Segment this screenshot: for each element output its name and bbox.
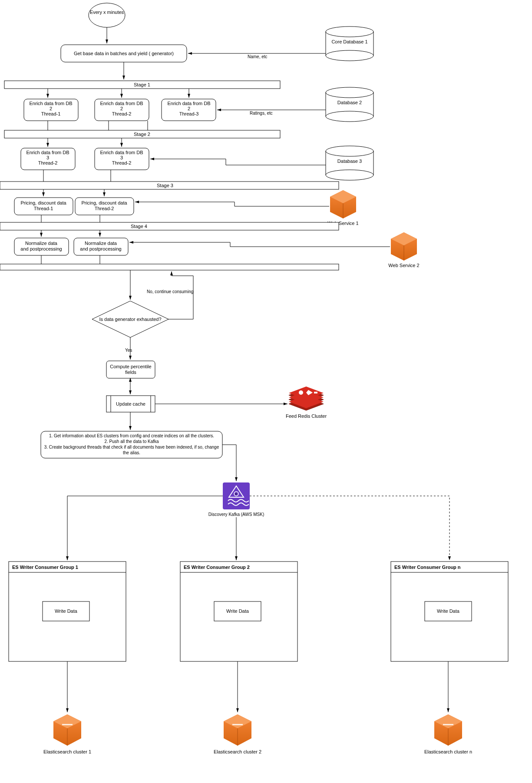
pricing-b-l2: Thread-2 — [95, 206, 114, 211]
enrich-db3-b-l3: Thread-2 — [112, 160, 132, 165]
enrich-db2-t3-l3: Thread-3 — [179, 111, 199, 116]
cgn-write-data-text: Write Data — [437, 608, 460, 614]
svg-point-4 — [326, 50, 373, 61]
enrich-db3-b-l1: Enrich data from DB — [100, 150, 143, 155]
stage1-label: Stage 1 — [134, 82, 150, 87]
cg2-write-data-text: Write Data — [226, 608, 249, 614]
enrich-db3-a-l1: Enrich data from DB — [26, 150, 69, 155]
enrich-db2-t2-l3: Thread-2 — [112, 111, 132, 116]
edge — [129, 242, 390, 247]
svg-rect-32 — [314, 392, 317, 393]
kafka-label: Discovery Kafka (AWS MSK) — [208, 512, 264, 517]
core-db1-label: Core Database 1 — [331, 39, 367, 44]
edge-dashed — [250, 496, 449, 560]
edge — [135, 202, 329, 206]
cg1-title: ES Writer Consumer Group 1 — [12, 565, 78, 570]
es-cluster-2-label: Elasticsearch cluster 2 — [214, 749, 261, 754]
stage2-label: Stage 2 — [134, 132, 150, 137]
name-etc-label: Name, etc — [248, 54, 268, 59]
ratings-etc-label: Ratings, etc — [250, 111, 273, 116]
es-cluster-n-icon — [434, 714, 462, 746]
normalize-b-l1: Normalize data — [85, 241, 117, 246]
enrich-db2-t1-l2: 2 — [50, 106, 52, 111]
es-config-l2: 2. Push all the data to Kafka — [104, 439, 159, 444]
normalize-a-l2: and postprocessing — [20, 246, 62, 251]
svg-rect-40 — [62, 724, 73, 725]
svg-rect-48 — [443, 724, 453, 725]
update-cache-text: Update cache — [116, 401, 145, 406]
svg-text:K: K — [235, 492, 238, 496]
trigger-text-1: Every x minutes — [90, 10, 124, 15]
get-base-text: Get base data in batches and yield ( gen… — [74, 51, 174, 56]
enrich-db2-t2-l1: Enrich data from DB — [100, 101, 143, 106]
enrich-db2-t1-l1: Enrich data from DB — [29, 101, 72, 106]
enrich-db2-t3-l1: Enrich data from DB — [167, 101, 210, 106]
compute-percentile-l1: Compute percentile — [110, 364, 151, 369]
compute-percentile-l2: fields — [125, 370, 136, 375]
edge — [67, 496, 223, 560]
es-config-l3: 3. Create background threads that check … — [44, 445, 219, 449]
es-config-l4: the alias. — [123, 450, 140, 455]
cg2-title: ES Writer Consumer Group 2 — [184, 565, 250, 570]
web-service-2-label: Web Service 2 — [388, 263, 419, 268]
svg-point-14 — [326, 170, 373, 180]
enrich-db2-t1-l3: Thread-1 — [41, 111, 61, 116]
edge-feedback — [168, 271, 193, 319]
stage3-label: Stage 3 — [157, 183, 173, 188]
enrich-db2-t3-l2: 2 — [188, 106, 190, 111]
db2-label: Database 2 — [337, 100, 362, 105]
no-continue-label: No, continue consuming — [147, 289, 193, 294]
web-service-1-icon — [330, 190, 356, 218]
collector-bar — [0, 264, 339, 270]
stage4-label: Stage 4 — [131, 224, 147, 229]
cg1-write-data-text: Write Data — [55, 608, 78, 614]
pricing-a-l2: Thread-1 — [34, 206, 53, 211]
redis-icon — [289, 387, 324, 410]
enrich-db3-a-l3: Thread-2 — [38, 160, 58, 165]
stage4-bar — [0, 222, 339, 230]
db3-label: Database 3 — [337, 159, 362, 164]
normalize-a-l1: Normalize data — [25, 241, 58, 246]
redis-label: Feed Redis Cluster — [286, 413, 327, 419]
kafka-icon: K — [223, 482, 250, 509]
edge — [150, 159, 326, 165]
es-cluster-2-icon — [224, 714, 251, 746]
enrich-db3-a-l2: 3 — [46, 155, 49, 160]
es-cluster-1-icon — [53, 714, 81, 746]
web-service-2-icon — [391, 232, 417, 261]
svg-point-9 — [326, 111, 373, 122]
es-cluster-1-label: Elasticsearch cluster 1 — [43, 749, 91, 754]
decision-text: Is data generator exhausted? — [99, 317, 161, 322]
trigger-ellipse — [89, 3, 125, 27]
normalize-b-l2: and postprocessing — [80, 246, 121, 251]
yes-label: Yes — [125, 348, 132, 353]
enrich-db3-b-l2: 3 — [120, 155, 123, 160]
enrich-db2-t2-l2: 2 — [120, 106, 123, 111]
es-cluster-n-label: Elasticsearch cluster n — [424, 749, 472, 754]
pricing-a-l1: Pricing, discount data — [20, 200, 66, 205]
pricing-b-l1: Pricing, discount data — [81, 200, 127, 205]
edge — [222, 445, 236, 481]
svg-rect-44 — [232, 724, 243, 725]
cgn-title: ES Writer Consumer Group n — [394, 565, 461, 570]
svg-point-30 — [299, 390, 303, 395]
es-config-l1: 1. Get information about ES clusters fro… — [49, 433, 214, 438]
